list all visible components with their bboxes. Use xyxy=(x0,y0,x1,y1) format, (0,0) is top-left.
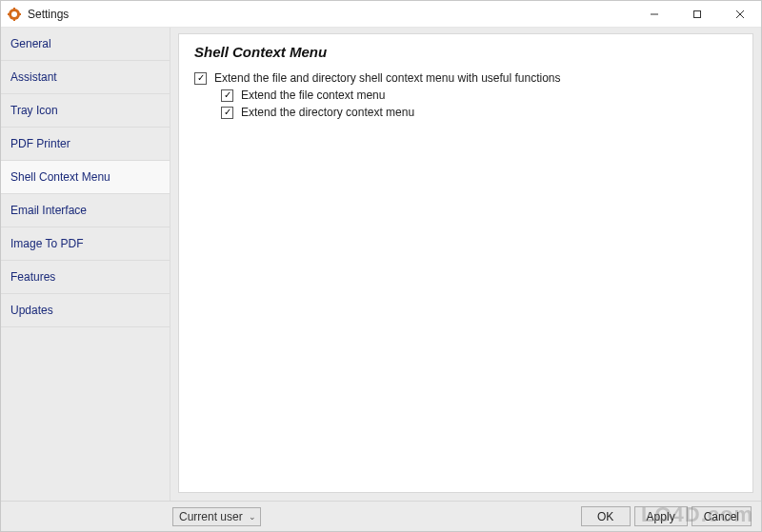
option-label: Extend the directory context menu xyxy=(241,106,414,119)
sidebar-item-general[interactable]: General xyxy=(1,28,170,61)
sidebar-item-label: Shell Context Menu xyxy=(10,170,110,184)
sidebar-item-label: Features xyxy=(10,270,55,284)
button-label: Cancel xyxy=(704,510,739,523)
main-area: General Assistant Tray Icon PDF Printer … xyxy=(1,28,761,501)
sidebar-item-assistant[interactable]: Assistant xyxy=(1,61,170,94)
sidebar-item-label: Email Interface xyxy=(10,204,87,217)
option-extend-directory: ✓ Extend the directory context menu xyxy=(221,106,737,119)
option-extend-file: ✓ Extend the file context menu xyxy=(221,89,737,102)
option-label: Extend the file context menu xyxy=(241,89,385,102)
window-controls xyxy=(632,1,761,27)
checkbox-extend-main[interactable]: ✓ xyxy=(194,72,207,85)
close-button[interactable] xyxy=(718,1,761,27)
cancel-button[interactable]: Cancel xyxy=(692,506,752,526)
content-wrap: Shell Context Menu ✓ Extend the file and… xyxy=(170,28,761,501)
sidebar-item-label: Image To PDF xyxy=(10,237,83,250)
app-icon xyxy=(7,7,22,22)
sidebar-item-label: Tray Icon xyxy=(10,104,58,117)
chevron-down-icon: ⌄ xyxy=(249,512,256,522)
checkbox-extend-file[interactable]: ✓ xyxy=(221,89,233,102)
svg-rect-4 xyxy=(8,13,10,15)
sidebar-item-label: Updates xyxy=(10,304,53,317)
sidebar: General Assistant Tray Icon PDF Printer … xyxy=(1,28,170,501)
sidebar-item-updates[interactable]: Updates xyxy=(1,294,170,327)
svg-rect-5 xyxy=(18,13,21,15)
option-label: Extend the file and directory shell cont… xyxy=(214,71,561,85)
svg-rect-3 xyxy=(13,18,15,21)
sidebar-item-email-interface[interactable]: Email Interface xyxy=(1,194,170,227)
sidebar-item-pdf-printer[interactable]: PDF Printer xyxy=(1,128,170,161)
page-heading: Shell Context Menu xyxy=(194,44,737,60)
sidebar-item-image-to-pdf[interactable]: Image To PDF xyxy=(1,227,170,261)
sidebar-item-label: Assistant xyxy=(10,70,57,84)
svg-point-1 xyxy=(11,11,17,17)
content-panel: Shell Context Menu ✓ Extend the file and… xyxy=(178,33,753,493)
button-label: Apply xyxy=(647,510,675,523)
svg-rect-2 xyxy=(13,8,15,10)
apply-button[interactable]: Apply xyxy=(634,506,688,526)
sidebar-item-features[interactable]: Features xyxy=(1,261,170,294)
window-title: Settings xyxy=(28,8,69,21)
sidebar-item-label: PDF Printer xyxy=(10,137,70,150)
sidebar-item-tray-icon[interactable]: Tray Icon xyxy=(1,94,170,128)
button-label: OK xyxy=(597,510,613,523)
scope-dropdown[interactable]: Current user ⌄ xyxy=(172,507,261,526)
titlebar: Settings xyxy=(1,1,761,28)
sidebar-item-label: General xyxy=(10,37,51,50)
svg-rect-7 xyxy=(693,10,700,17)
footer-buttons: OK Apply Cancel xyxy=(581,506,752,526)
footer: Current user ⌄ OK Apply Cancel xyxy=(1,501,761,531)
option-extend-main: ✓ Extend the file and directory shell co… xyxy=(194,71,737,85)
scope-dropdown-value: Current user xyxy=(179,510,243,523)
checkbox-extend-directory[interactable]: ✓ xyxy=(221,107,233,119)
maximize-button[interactable] xyxy=(675,1,718,27)
ok-button[interactable]: OK xyxy=(581,506,631,526)
minimize-button[interactable] xyxy=(632,1,675,27)
sidebar-item-shell-context-menu[interactable]: Shell Context Menu xyxy=(1,161,170,194)
